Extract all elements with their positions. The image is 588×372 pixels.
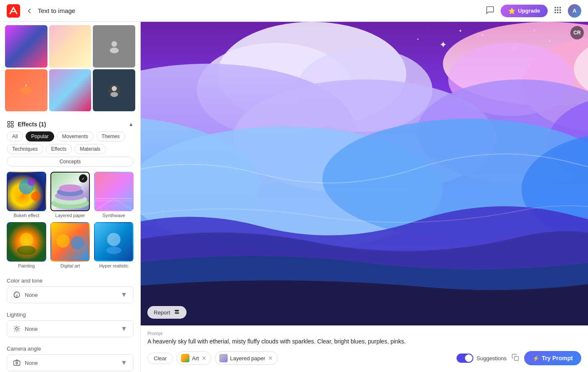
pill-themes[interactable]: Themes: [96, 131, 125, 141]
prompt-label: Prompt: [147, 331, 581, 336]
style-hyper-realistic-thumb: [94, 222, 134, 262]
svg-rect-20: [11, 125, 13, 127]
cr-button[interactable]: CR: [570, 26, 584, 39]
svg-line-48: [14, 327, 15, 327]
svg-point-10: [111, 41, 117, 47]
camera-angle-section: Camera angle None ▼: [0, 341, 140, 372]
pill-techniques[interactable]: Techniques: [7, 144, 43, 154]
app-header: Text to image ⭐ Upgrade A: [0, 0, 588, 22]
pill-popular[interactable]: Popular: [26, 131, 54, 141]
thumbnail-grid: [0, 22, 140, 111]
star-icon: ⭐: [508, 8, 515, 14]
pill-effects[interactable]: Effects: [46, 144, 72, 154]
style-grid: Bokeh effect ✓ Layered paper: [7, 172, 134, 273]
svg-rect-85: [514, 356, 519, 361]
effects-title: Effects (1): [7, 121, 46, 128]
svg-point-16: [110, 92, 118, 97]
svg-rect-3: [559, 7, 561, 8]
thumbnail-4[interactable]: [5, 69, 47, 112]
style-synthwave[interactable]: Synthwave: [94, 172, 134, 218]
sidebar: Effects (1) ▲ All Popular Movements Them…: [0, 22, 141, 372]
effects-section-header[interactable]: Effects (1) ▲: [7, 116, 134, 131]
style-painting-label: Painting: [7, 263, 46, 268]
svg-text:✦: ✦: [439, 39, 447, 50]
style-bokeh[interactable]: Bokeh effect: [7, 172, 46, 218]
style-painting-thumb: [7, 222, 46, 262]
try-prompt-button[interactable]: ⚡ Try Prompt: [524, 351, 581, 365]
lighting-section: Lighting None ▼: [0, 307, 140, 341]
style-hyper-realistic[interactable]: Hyper realistic: [94, 222, 134, 268]
report-button[interactable]: Report: [147, 306, 186, 319]
thumbnail-1[interactable]: [5, 25, 47, 68]
back-button[interactable]: [25, 7, 34, 15]
thumbnail-3[interactable]: [93, 25, 135, 68]
svg-rect-17: [8, 122, 10, 124]
clear-button[interactable]: Clear: [147, 353, 173, 364]
page-title: Text to image: [38, 7, 75, 14]
svg-rect-0: [7, 4, 20, 18]
svg-point-24: [27, 178, 35, 186]
suggestions-label: Suggestions: [477, 355, 507, 362]
svg-point-40: [71, 236, 84, 250]
style-bokeh-thumb: [7, 172, 46, 211]
effects-chevron-icon: ▲: [129, 121, 134, 127]
header-right: ⭐ Upgrade A: [486, 4, 581, 18]
upgrade-label: Upgrade: [518, 8, 540, 14]
svg-rect-19: [8, 125, 10, 127]
lighting-chevron-icon: ▼: [121, 325, 127, 333]
layered-paper-tag[interactable]: Layered paper ✕: [215, 351, 278, 365]
grid-icon[interactable]: [554, 6, 562, 16]
color-tone-dropdown[interactable]: None ▼: [7, 286, 134, 303]
thumbnail-5[interactable]: [49, 69, 92, 112]
svg-text:✦: ✦: [417, 37, 419, 41]
svg-point-12: [20, 86, 32, 94]
app-logo: [7, 4, 20, 18]
pill-concepts[interactable]: Concepts: [7, 157, 134, 167]
style-hyper-realistic-label: Hyper realistic: [94, 263, 134, 268]
style-digital-art[interactable]: Digital art: [50, 222, 90, 268]
lightning-icon: ⚡: [533, 355, 539, 362]
main-layout: Effects (1) ▲ All Popular Movements Them…: [0, 22, 588, 372]
upgrade-button[interactable]: ⭐ Upgrade: [501, 5, 548, 17]
effects-section: Effects (1) ▲ All Popular Movements Them…: [0, 111, 140, 273]
style-painting[interactable]: Painting: [7, 222, 46, 268]
lighting-label: Lighting: [7, 307, 134, 320]
toggle-thumb: [465, 354, 472, 362]
svg-point-55: [16, 362, 18, 364]
prompt-right: Suggestions ⚡ Try Prompt: [457, 351, 581, 365]
style-digital-art-thumb: [50, 222, 90, 262]
filter-pills: All Popular Movements Themes Techniques …: [7, 131, 134, 172]
suggestions-toggle-track[interactable]: [457, 354, 473, 363]
svg-rect-1: [555, 7, 556, 8]
art-tag-icon: [181, 354, 189, 362]
svg-rect-30: [95, 173, 133, 210]
copy-icon[interactable]: [512, 354, 519, 363]
svg-point-37: [17, 246, 36, 255]
svg-rect-54: [14, 361, 20, 366]
suggestions-toggle: Suggestions: [457, 354, 507, 363]
svg-point-11: [110, 48, 118, 53]
color-tone-section: Color and tone None ▼: [0, 273, 140, 307]
thumbnail-6[interactable]: [93, 69, 135, 112]
svg-text:✦: ✦: [459, 29, 462, 33]
try-prompt-label: Try Prompt: [542, 355, 573, 362]
layered-paper-tag-close-icon[interactable]: ✕: [268, 355, 273, 362]
messages-icon[interactable]: [486, 5, 495, 16]
prompt-area: Prompt A heavenly sky full with etherial…: [141, 325, 588, 372]
svg-point-42: [107, 233, 121, 246]
avatar[interactable]: A: [568, 4, 581, 18]
style-layered-paper-label: Layered paper: [50, 213, 90, 218]
camera-angle-dropdown[interactable]: None ▼: [7, 354, 134, 371]
art-tag[interactable]: Art ✕: [176, 351, 211, 365]
style-layered-paper[interactable]: ✓ Layered paper: [50, 172, 90, 218]
thumbnail-2[interactable]: [49, 25, 92, 68]
pill-all[interactable]: All: [7, 131, 23, 141]
pill-materials[interactable]: Materials: [74, 144, 106, 154]
svg-rect-8: [557, 12, 558, 13]
svg-point-36: [20, 233, 33, 246]
art-tag-close-icon[interactable]: ✕: [202, 355, 207, 362]
lighting-dropdown[interactable]: None ▼: [7, 320, 134, 337]
pill-movements[interactable]: Movements: [57, 131, 94, 141]
svg-line-52: [14, 331, 15, 332]
style-synthwave-label: Synthwave: [94, 213, 134, 218]
